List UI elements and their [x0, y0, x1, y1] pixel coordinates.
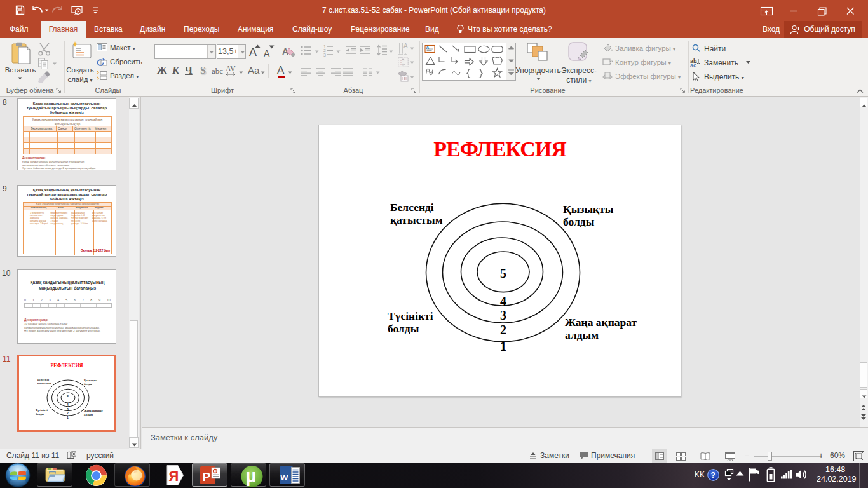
- svg-text:P: P: [203, 470, 211, 484]
- svg-text:A: A: [426, 45, 430, 50]
- svg-text:µ: µ: [246, 466, 257, 486]
- svg-text:w: w: [280, 471, 288, 482]
- svg-text:?: ?: [711, 471, 715, 480]
- svg-text:ac: ac: [690, 62, 696, 67]
- svg-text:Я: Я: [169, 468, 179, 484]
- svg-text:A: A: [403, 43, 408, 50]
- svg-text:3: 3: [323, 53, 326, 57]
